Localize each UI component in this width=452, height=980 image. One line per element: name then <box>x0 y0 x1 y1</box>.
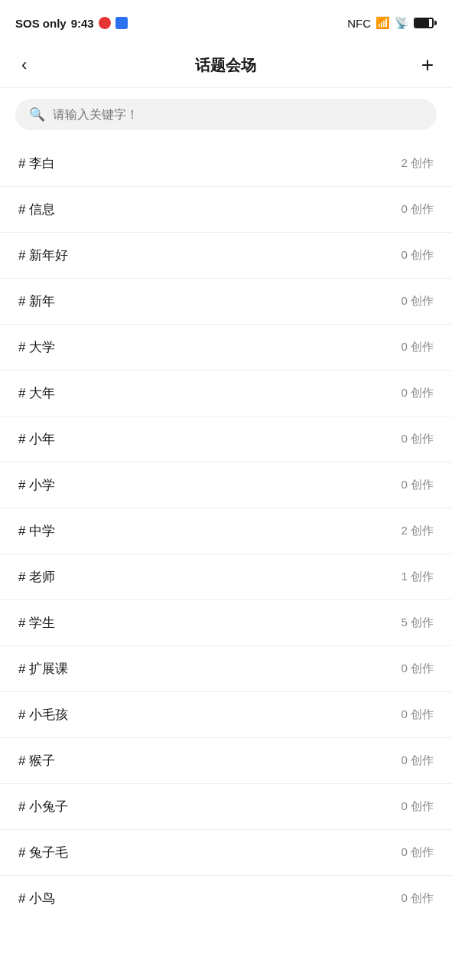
status-bar: SOS only 9:43 NFC 📶 📡 <box>0 0 452 43</box>
dot-red-icon <box>99 17 111 29</box>
topic-count: 0 创作 <box>401 202 434 217</box>
search-bar[interactable]: 🔍 <box>15 99 437 130</box>
topic-name: # 李白 <box>18 155 55 172</box>
list-item[interactable]: # 大年0 创作 <box>0 371 452 416</box>
topic-count: 0 创作 <box>401 753 434 768</box>
battery-icon <box>414 18 437 28</box>
topic-count: 5 创作 <box>401 616 434 630</box>
dot-blue-icon <box>115 17 128 29</box>
signal-icon: 📶 <box>376 16 390 30</box>
list-item[interactable]: # 小学0 创作 <box>0 462 452 508</box>
list-item[interactable]: # 中学2 创作 <box>0 508 452 554</box>
list-item[interactable]: # 扩展课0 创作 <box>0 646 452 692</box>
status-left: SOS only 9:43 <box>15 17 128 30</box>
status-time: 9:43 <box>71 17 94 30</box>
topic-list: # 李白2 创作# 信息0 创作# 新年好0 创作# 新年0 创作# 大学0 创… <box>0 141 452 921</box>
list-item[interactable]: # 李白2 创作 <box>0 141 452 187</box>
topic-count: 0 创作 <box>401 845 434 860</box>
topic-name: # 新年好 <box>18 247 68 264</box>
topic-name: # 小学 <box>18 476 55 494</box>
back-button[interactable]: ‹ <box>18 52 30 78</box>
topic-count: 1 创作 <box>401 570 434 584</box>
list-item[interactable]: # 新年好0 创作 <box>0 233 452 279</box>
header: ‹ 话题会场 + <box>0 43 452 88</box>
topic-count: 0 创作 <box>401 248 434 263</box>
topic-name: # 扩展课 <box>18 660 68 678</box>
topic-count: 0 创作 <box>401 707 434 722</box>
topic-name: # 大学 <box>18 338 55 356</box>
page-title: 话题会场 <box>195 55 256 76</box>
list-item[interactable]: # 老师1 创作 <box>0 554 452 600</box>
list-item[interactable]: # 小年0 创作 <box>0 416 452 462</box>
nfc-icon: NFC <box>347 17 371 30</box>
list-item[interactable]: # 兔子毛0 创作 <box>0 830 452 876</box>
add-button[interactable]: + <box>421 54 434 76</box>
topic-name: # 兔子毛 <box>18 844 68 861</box>
search-icon: 🔍 <box>29 106 45 122</box>
topic-count: 0 创作 <box>401 662 434 676</box>
topic-name: # 学生 <box>18 614 55 632</box>
topic-count: 0 创作 <box>401 340 434 354</box>
topic-name: # 猴子 <box>18 752 55 769</box>
wifi-icon: 📡 <box>395 16 409 30</box>
topic-name: # 小鸟 <box>18 890 55 907</box>
topic-count: 0 创作 <box>401 799 434 814</box>
list-item[interactable]: # 新年0 创作 <box>0 279 452 325</box>
topic-count: 2 创作 <box>401 524 434 538</box>
list-item[interactable]: # 大学0 创作 <box>0 325 452 371</box>
list-item[interactable]: # 信息0 创作 <box>0 187 452 233</box>
list-item[interactable]: # 学生5 创作 <box>0 600 452 646</box>
list-item[interactable]: # 小毛孩0 创作 <box>0 692 452 738</box>
search-container: 🔍 <box>0 88 452 141</box>
list-item[interactable]: # 小鸟0 创作 <box>0 876 452 921</box>
topic-count: 0 创作 <box>401 294 434 309</box>
topic-name: # 信息 <box>18 201 55 218</box>
status-right: NFC 📶 📡 <box>347 16 437 30</box>
status-text: SOS only <box>15 17 67 30</box>
topic-name: # 中学 <box>18 522 55 540</box>
topic-name: # 大年 <box>18 384 55 402</box>
list-item[interactable]: # 猴子0 创作 <box>0 738 452 784</box>
topic-count: 0 创作 <box>401 432 434 446</box>
topic-name: # 小毛孩 <box>18 706 68 724</box>
topic-count: 0 创作 <box>401 891 434 906</box>
search-input[interactable] <box>53 108 423 122</box>
topic-name: # 小年 <box>18 430 55 448</box>
topic-name: # 小兔子 <box>18 798 68 815</box>
topic-name: # 新年 <box>18 292 55 310</box>
topic-count: 0 创作 <box>401 386 434 400</box>
list-item[interactable]: # 小兔子0 创作 <box>0 784 452 830</box>
topic-count: 0 创作 <box>401 478 434 492</box>
topic-count: 2 创作 <box>401 156 434 171</box>
topic-name: # 老师 <box>18 568 55 586</box>
